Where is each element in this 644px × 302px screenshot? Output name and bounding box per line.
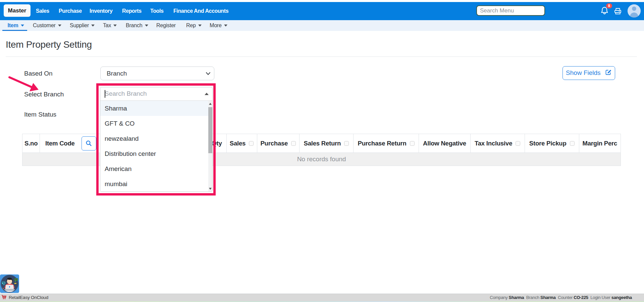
svg-text:RE: RE [3,296,6,298]
